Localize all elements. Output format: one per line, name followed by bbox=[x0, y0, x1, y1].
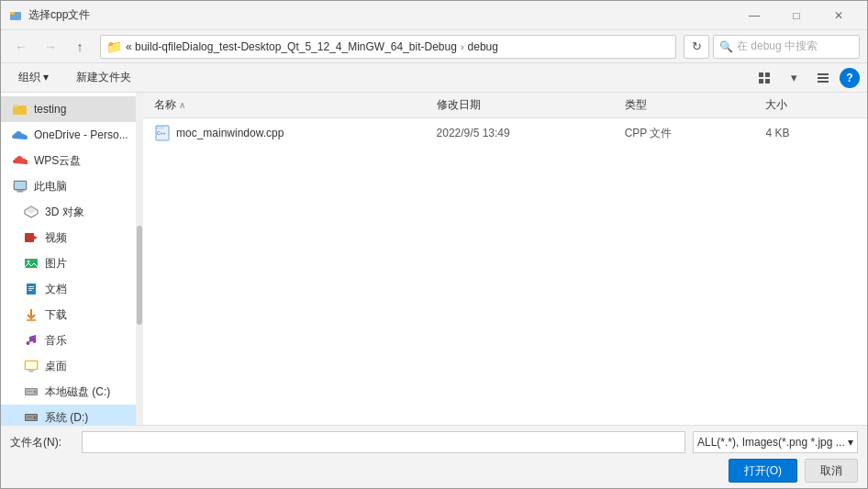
music-icon bbox=[23, 332, 39, 349]
sidebar-item-label: 3D 对象 bbox=[45, 205, 84, 220]
svg-rect-12 bbox=[15, 182, 26, 189]
grid-view-button[interactable] bbox=[751, 67, 777, 89]
forward-button[interactable]: → bbox=[38, 34, 63, 60]
file-date-cell: 2022/9/5 13:49 bbox=[437, 127, 625, 139]
search-placeholder: 在 debug 中搜索 bbox=[737, 39, 818, 54]
up-button[interactable]: ↑ bbox=[67, 34, 93, 60]
onedrive-icon bbox=[12, 127, 28, 143]
svg-rect-14 bbox=[16, 190, 25, 192]
list-view-button[interactable]: ▾ bbox=[781, 67, 807, 89]
sidebar-item-label: 本地磁盘 (C:) bbox=[45, 384, 110, 400]
disk-c-icon bbox=[23, 383, 39, 400]
sidebar: testing OneDrive - Perso... bbox=[1, 93, 143, 425]
col-date-label: 修改日期 bbox=[437, 97, 481, 113]
help-button[interactable]: ? bbox=[840, 68, 860, 88]
sidebar-item-downloads[interactable]: 下载 bbox=[1, 302, 142, 328]
sidebar-item-3d[interactable]: 3D 对象 bbox=[1, 199, 142, 225]
file-dialog: 选择cpp文件 — □ ✕ ← → ↑ 📁 « build-qfileDialo… bbox=[0, 0, 868, 489]
svg-point-27 bbox=[27, 341, 30, 345]
sidebar-item-system-d[interactable]: 系统 (D:) bbox=[1, 405, 142, 425]
svg-rect-4 bbox=[759, 79, 763, 83]
breadcrumb-prefix: « build-qfileDialog_test-Desktop_Qt_5_12… bbox=[126, 40, 457, 53]
svg-rect-7 bbox=[818, 77, 829, 79]
close-button[interactable]: ✕ bbox=[818, 1, 860, 30]
bottom-area: 文件名(N): ALL(*.*), Images(*.png *.jpg ...… bbox=[1, 425, 867, 488]
col-type-label: 类型 bbox=[625, 97, 647, 113]
sidebar-item-images[interactable]: 图片 bbox=[1, 250, 142, 276]
doc-icon bbox=[23, 281, 39, 297]
sidebar-item-label: 图片 bbox=[45, 256, 67, 272]
maximize-button[interactable]: □ bbox=[775, 1, 818, 30]
filetype-label: ALL(*.*), Images(*.png *.jpg ... bbox=[697, 436, 845, 449]
svg-rect-3 bbox=[765, 72, 770, 77]
col-date-header[interactable]: 修改日期 bbox=[437, 97, 625, 113]
sidebar-item-label: testing bbox=[34, 103, 66, 116]
action-row: 打开(O) 取消 bbox=[10, 459, 858, 483]
svg-rect-32 bbox=[28, 370, 35, 372]
video-icon bbox=[23, 229, 39, 246]
title-bar: 选择cpp文件 — □ ✕ bbox=[1, 1, 867, 30]
filename-input[interactable] bbox=[82, 431, 685, 453]
sidebar-item-video[interactable]: 视频 bbox=[1, 225, 142, 250]
sidebar-item-label: 桌面 bbox=[45, 359, 67, 374]
cancel-button[interactable]: 取消 bbox=[805, 459, 858, 483]
sidebar-item-wps[interactable]: WPS云盘 bbox=[1, 148, 142, 173]
sidebar-item-testing[interactable]: testing bbox=[1, 96, 142, 122]
back-button[interactable]: ← bbox=[8, 34, 34, 60]
image-icon bbox=[23, 255, 39, 272]
breadcrumb[interactable]: 📁 « build-qfileDialog_test-Desktop_Qt_5_… bbox=[100, 35, 676, 59]
sidebar-item-desktop[interactable]: 桌面 bbox=[1, 353, 142, 379]
sidebar-item-label: OneDrive - Perso... bbox=[34, 128, 128, 141]
col-size-header[interactable]: 大小 bbox=[765, 97, 860, 113]
svg-marker-16 bbox=[25, 206, 38, 214]
svg-rect-17 bbox=[25, 233, 34, 242]
sidebar-item-label: 系统 (D:) bbox=[45, 410, 88, 426]
sidebar-item-music[interactable]: 音乐 bbox=[1, 328, 142, 353]
sidebar-item-onedrive[interactable]: OneDrive - Perso... bbox=[1, 122, 142, 148]
detail-view-button[interactable] bbox=[810, 67, 836, 89]
3d-icon bbox=[23, 204, 39, 220]
sidebar-item-label: 文档 bbox=[45, 282, 67, 297]
svg-rect-36 bbox=[27, 391, 32, 392]
sidebar-scrollbar-thumb bbox=[137, 226, 142, 326]
col-name-label: 名称 bbox=[154, 97, 176, 113]
filename-row: 文件名(N): ALL(*.*), Images(*.png *.jpg ...… bbox=[10, 431, 858, 453]
organize-button[interactable]: 组织 ▾ bbox=[8, 67, 59, 89]
col-name-header[interactable]: 名称 ∧ bbox=[150, 97, 437, 113]
svg-rect-2 bbox=[759, 72, 763, 77]
sidebar-item-local-c[interactable]: 本地磁盘 (C:) bbox=[1, 379, 142, 405]
svg-point-35 bbox=[34, 391, 37, 394]
svg-rect-1 bbox=[10, 12, 15, 15]
main-content: testing OneDrive - Perso... bbox=[1, 93, 867, 425]
sidebar-item-label: 此电脑 bbox=[34, 179, 67, 194]
svg-rect-23 bbox=[28, 288, 34, 289]
col-type-header[interactable]: 类型 bbox=[625, 97, 766, 113]
svg-rect-8 bbox=[818, 81, 829, 83]
file-header: 名称 ∧ 修改日期 类型 大小 bbox=[143, 93, 867, 118]
sidebar-item-docs[interactable]: 文档 bbox=[1, 276, 142, 302]
svg-point-28 bbox=[33, 339, 37, 343]
sidebar-scrollbar[interactable] bbox=[136, 93, 143, 425]
filetype-select[interactable]: ALL(*.*), Images(*.png *.jpg ... ▾ bbox=[693, 431, 858, 453]
sidebar-item-label: 音乐 bbox=[45, 333, 67, 349]
refresh-button[interactable]: ↻ bbox=[684, 35, 709, 59]
sidebar-item-thispc[interactable]: 此电脑 bbox=[1, 173, 142, 199]
view-buttons: ▾ ? bbox=[751, 67, 860, 89]
file-type-cell: CPP 文件 bbox=[625, 126, 766, 141]
computer-icon bbox=[12, 178, 28, 194]
svg-rect-30 bbox=[26, 361, 37, 369]
open-button[interactable]: 打开(O) bbox=[729, 459, 797, 483]
title-icon bbox=[8, 8, 23, 23]
search-bar[interactable]: 🔍 在 debug 中搜索 bbox=[713, 35, 860, 59]
new-folder-button[interactable]: 新建文件夹 bbox=[66, 67, 141, 89]
svg-rect-5 bbox=[765, 79, 770, 83]
col-size-label: 大小 bbox=[765, 97, 787, 113]
window-controls: — □ ✕ bbox=[733, 1, 860, 30]
minimize-button[interactable]: — bbox=[733, 1, 775, 30]
svg-text:C++: C++ bbox=[157, 130, 166, 136]
table-row[interactable]: C++ moc_mainwindow.cpp 2022/9/5 13:49 CP… bbox=[143, 120, 867, 146]
svg-rect-22 bbox=[28, 286, 34, 287]
wps-icon bbox=[12, 152, 28, 169]
svg-rect-48 bbox=[156, 126, 164, 129]
nav-bar: ← → ↑ 📁 « build-qfileDialog_test-Desktop… bbox=[1, 30, 867, 63]
